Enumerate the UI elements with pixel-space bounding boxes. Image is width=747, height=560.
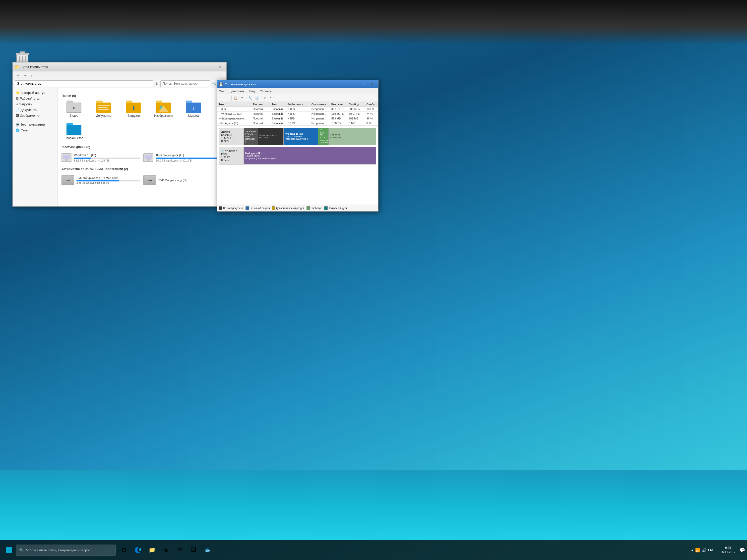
- taskbar-app-mail[interactable]: ✉: [173, 543, 186, 557]
- search-icon[interactable]: 🔍: [212, 82, 216, 86]
- disk-name-e: Локальный диск (E:): [156, 154, 222, 157]
- folder-icon-documents: [96, 101, 111, 113]
- dm-table-container: Том Располо... Тип Файловая с... Состоян…: [217, 102, 378, 126]
- dm-partition-reserved[interactable]: Зарезерви579 МБ NTFИсправен (: [244, 128, 257, 145]
- folder-item-music[interactable]: ♪ Музыка: [181, 101, 206, 118]
- td-state-res: Исправен...: [310, 116, 330, 121]
- table-row[interactable]: ─ Мой диск (F:) Простой Базовый CDFS Исп…: [217, 121, 378, 126]
- sidebar-item-downloads[interactable]: ⬇ Загрузки: [13, 101, 57, 107]
- sidebar-item-images[interactable]: 🖼 Изображения: [13, 113, 57, 118]
- dm-disk0-partitions: Зарезерви579 МБ NTFИсправен ( Не распред…: [244, 128, 376, 145]
- taskbar-app-store[interactable]: 🛍: [159, 543, 172, 557]
- dvd-item-f[interactable]: DVD DVD RW дисковод (F:) Мой диск 2,95 Г…: [61, 174, 140, 187]
- dm-menu-action[interactable]: Действие: [230, 89, 246, 94]
- dm-cdrom0-row: 💿 CD-ROM 0 DVD 1,38 ГБ В сети Мой диск (…: [219, 147, 376, 164]
- sidebar-item-quick-access[interactable]: ⭐ Быстрый доступ: [13, 90, 57, 96]
- taskbar-app-taskview[interactable]: ⊞: [118, 543, 130, 557]
- tray-volume-icon[interactable]: 🔊: [702, 548, 707, 553]
- disk-item-e[interactable]: Локальный диск (E:) 30,0 ГБ свободно из …: [144, 152, 222, 163]
- svg-rect-26: [67, 123, 73, 126]
- table-row[interactable]: ─ (E:) Простой Базовый NTFS Исправен... …: [217, 107, 378, 111]
- dm-table: Том Располо... Тип Файловая с... Состоян…: [217, 102, 378, 126]
- dm-close-button[interactable]: ✕: [368, 81, 376, 87]
- folder-icon-video: ▶: [67, 101, 81, 113]
- up-button[interactable]: ↑: [29, 73, 34, 78]
- close-button[interactable]: ✕: [216, 64, 224, 70]
- dm-tool-4[interactable]: 📊: [254, 95, 260, 101]
- dm-tool-5[interactable]: ↩: [262, 95, 268, 101]
- maximize-button[interactable]: □: [208, 64, 216, 70]
- dm-partition-free[interactable]: 227,39 ГБ Свободно: [329, 128, 376, 145]
- disk-item-c[interactable]: Windows 10 (C:) 88,3 ГБ свободно из 119 …: [61, 152, 140, 163]
- search-input[interactable]: [160, 80, 210, 87]
- table-row[interactable]: ─ Windows 10 (C:) Простой Базовый NTFS И…: [217, 111, 378, 116]
- dm-maximize-button[interactable]: □: [360, 81, 368, 87]
- refresh-icon[interactable]: ↻: [155, 82, 158, 86]
- td-type-c: Базовый: [270, 111, 286, 116]
- td-fs-e: NTFS: [286, 107, 310, 111]
- folder-label-music: Музыка: [188, 114, 199, 118]
- td-cap-e: 30,12 ГБ: [330, 107, 347, 111]
- disk-management-window: 💾 Управление дисками ─ □ ✕ Файл Действие…: [216, 80, 379, 212]
- dvd-item-g[interactable]: DVD DVD RW дисковод (G:): [144, 174, 222, 187]
- sidebar-item-this-pc[interactable]: 💻 Этот компьютер: [13, 122, 57, 128]
- td-pct-f: 0 %: [365, 121, 378, 126]
- folder-item-images[interactable]: Изображения: [151, 101, 176, 118]
- disks-section-header: Жёсткие диски (2): [61, 145, 222, 149]
- dm-minimize-button[interactable]: ─: [351, 81, 359, 87]
- td-state-f: Исправен...: [310, 121, 330, 126]
- start-button[interactable]: [2, 543, 16, 557]
- taskbar-app-explorer[interactable]: 📁: [146, 543, 158, 557]
- taskbar-app-other[interactable]: 🐟: [201, 543, 214, 557]
- back-button[interactable]: ←: [15, 73, 21, 78]
- taskbar-search-box[interactable]: 🔍 Чтобы начать поиск, введите здесь запр…: [16, 544, 115, 556]
- desktop: Корзина 📁 Этот компьютер ─ □ ✕ ← → ↑ ↻ 🔍: [0, 0, 747, 560]
- folder-item-desktop[interactable]: Рабочий стол: [61, 123, 86, 140]
- tray-network-icon[interactable]: 📶: [695, 548, 700, 553]
- taskbar-app-edge[interactable]: [131, 543, 145, 557]
- svg-rect-12: [98, 105, 110, 106]
- sidebar-item-documents[interactable]: 📄 Документы: [13, 107, 57, 113]
- dm-partition-c[interactable]: Windows 10 (C:) 119,56 ГБ NTFS Исправен …: [284, 128, 318, 145]
- dm-tool-1[interactable]: 📋: [233, 95, 238, 101]
- sidebar-item-desktop[interactable]: 🖥 Рабочий стол: [13, 96, 57, 101]
- legend-label-primary: Основной раздел: [250, 207, 270, 210]
- dm-partition-cdrom[interactable]: Мой диск (F:) 1,38 ГБ CDFS Исправен (Осн…: [244, 148, 376, 164]
- dm-partition-unallocated[interactable]: Не распределена88,12 ГБ: [257, 128, 284, 145]
- dm-partition-e[interactable]: (E:) 30,12 ГБ NTFS Исправен (Логичес: [318, 128, 329, 145]
- tray-chevron[interactable]: ▲: [691, 548, 694, 552]
- dm-menu-help[interactable]: Справка: [259, 89, 273, 94]
- dm-cdrom0-partitions: Мой диск (F:) 1,38 ГБ CDFS Исправен (Осн…: [244, 147, 376, 164]
- dm-menu-view[interactable]: Вид: [248, 89, 256, 94]
- disk-icon-c: [61, 153, 72, 162]
- legend-color-logical: [324, 206, 328, 210]
- dm-tool-2[interactable]: ?: [239, 95, 245, 101]
- td-state-c: Исправен...: [310, 111, 330, 116]
- sidebar-item-network[interactable]: 🌐 Сеть: [13, 128, 57, 133]
- forward-button[interactable]: →: [22, 73, 28, 78]
- legend-primary: Основной раздел: [246, 206, 270, 210]
- tray-language[interactable]: ENG: [708, 548, 715, 552]
- folder-item-documents[interactable]: Документы: [92, 101, 116, 118]
- taskbar-clock[interactable]: 9:28 06.11.2017: [719, 546, 738, 554]
- td-rasp-f: Простой: [251, 121, 270, 126]
- dm-tool-back[interactable]: ←: [218, 95, 224, 101]
- dm-menu-file[interactable]: Файл: [218, 89, 227, 94]
- taskbar-app-photos[interactable]: 🖼: [187, 543, 200, 557]
- address-bar[interactable]: [15, 80, 153, 87]
- td-rasp-res: Простой: [251, 116, 270, 121]
- td-tom-c: ─ Windows 10 (C:): [217, 111, 251, 116]
- svg-rect-7: [67, 101, 73, 103]
- dm-tool-forward[interactable]: →: [224, 95, 230, 101]
- dm-tool-3[interactable]: 🔧: [247, 95, 253, 101]
- dm-tool-6[interactable]: ↪: [268, 95, 275, 101]
- table-row[interactable]: ─ Зарезервировано... Простой Базовый NTF…: [217, 116, 378, 121]
- taskbar-apps: ⊞ 📁 🛍 ✉ 🖼 🐟: [118, 543, 214, 557]
- th-type: Тип: [270, 102, 286, 107]
- minimize-button[interactable]: ─: [200, 64, 207, 70]
- dm-disk0-row: Диск 0 Базовый 465,76 ГБ В сети Зарезерв…: [219, 128, 376, 145]
- folder-item-video[interactable]: ▶ Видео: [61, 101, 86, 118]
- folder-item-downloads[interactable]: ⬇ Загрузки: [121, 101, 146, 118]
- address-bar-row: ↻ 🔍 ?: [13, 79, 226, 88]
- action-center-icon[interactable]: 💬: [740, 547, 745, 553]
